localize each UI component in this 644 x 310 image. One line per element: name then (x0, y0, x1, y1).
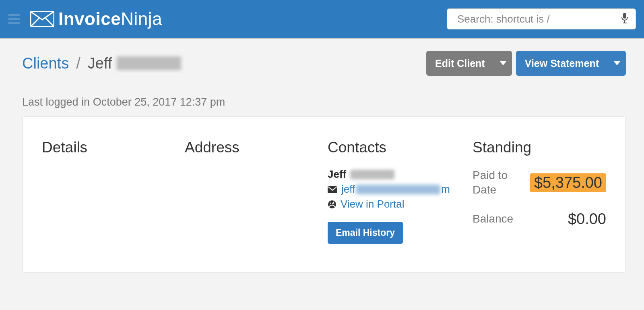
edit-client-button[interactable]: Edit Client (426, 51, 512, 76)
dashboard-icon (328, 200, 336, 209)
contact-name-row: Jeff (328, 168, 473, 181)
breadcrumb: Clients / Jeff (22, 55, 181, 72)
standing-heading: Standing (473, 139, 606, 156)
redacted-last-name (117, 56, 181, 70)
breadcrumb-current: Jeff (88, 55, 182, 72)
standing-column: Standing Paid to Date $5,375.00 Balance … (473, 139, 606, 244)
contacts-heading: Contacts (328, 139, 473, 156)
edit-client-caret[interactable] (494, 51, 512, 76)
svg-rect-6 (328, 186, 337, 193)
address-heading: Address (185, 139, 328, 156)
paid-to-date-value: $5,375.00 (530, 173, 606, 192)
view-statement-caret[interactable] (608, 51, 626, 76)
email-history-button[interactable]: Email History (328, 222, 403, 244)
redacted-contact-last-name (350, 170, 394, 179)
app-brand-text: InvoiceNinja (58, 9, 162, 29)
edit-client-label: Edit Client (426, 51, 494, 76)
client-info-panel: Details Address Contacts Jeff (22, 117, 626, 273)
view-statement-label: View Statement (516, 51, 608, 76)
contact-first-name: Jeff (328, 168, 346, 181)
page-header-row: Clients / Jeff Edit Client View Statemen… (22, 51, 626, 76)
redacted-email-middle (356, 185, 440, 194)
chevron-down-icon (500, 61, 506, 65)
page-actions: Edit Client View Statement (426, 51, 626, 76)
contact-email-link[interactable]: jeff m (341, 183, 450, 196)
view-portal-row: View in Portal (328, 198, 473, 210)
page-content: Clients / Jeff Edit Client View Statemen… (0, 39, 644, 281)
email-visible-suffix: m (441, 183, 450, 196)
contact-email-row: jeff m (328, 183, 473, 196)
balance-value: $0.00 (568, 210, 606, 228)
contacts-column: Contacts Jeff jeff m (328, 139, 473, 244)
breadcrumb-separator: / (76, 55, 80, 72)
last-login-text: Last logged in October 25, 2017 12:37 pm (22, 96, 626, 108)
view-in-portal-link[interactable]: View in Portal (341, 198, 405, 210)
paid-to-date-value-wrap: $5,375.00 (530, 173, 606, 192)
svg-marker-4 (500, 61, 506, 65)
email-visible-prefix: jeff (341, 183, 355, 196)
menu-toggle-button[interactable] (8, 14, 20, 24)
chevron-down-icon (614, 61, 620, 65)
breadcrumb-clients-link[interactable]: Clients (22, 55, 69, 72)
search-container (447, 8, 636, 29)
envelope-logo-icon (30, 11, 54, 27)
paid-to-date-label: Paid to Date (473, 168, 525, 198)
svg-rect-1 (623, 13, 626, 19)
search-input[interactable] (447, 8, 636, 29)
svg-marker-5 (614, 61, 620, 65)
paid-to-date-row: Paid to Date $5,375.00 (473, 168, 606, 198)
address-column: Address (185, 139, 328, 244)
details-heading: Details (42, 139, 185, 156)
svg-point-8 (330, 202, 331, 204)
balance-label: Balance (473, 212, 525, 226)
app-logo[interactable]: InvoiceNinja (30, 9, 162, 29)
balance-row: Balance $0.00 (473, 210, 606, 228)
envelope-icon (328, 186, 337, 193)
view-statement-button[interactable]: View Statement (516, 51, 626, 76)
client-first-name: Jeff (88, 55, 112, 72)
details-column: Details (42, 139, 185, 244)
microphone-icon[interactable] (621, 12, 629, 25)
top-bar: InvoiceNinja (0, 0, 644, 39)
